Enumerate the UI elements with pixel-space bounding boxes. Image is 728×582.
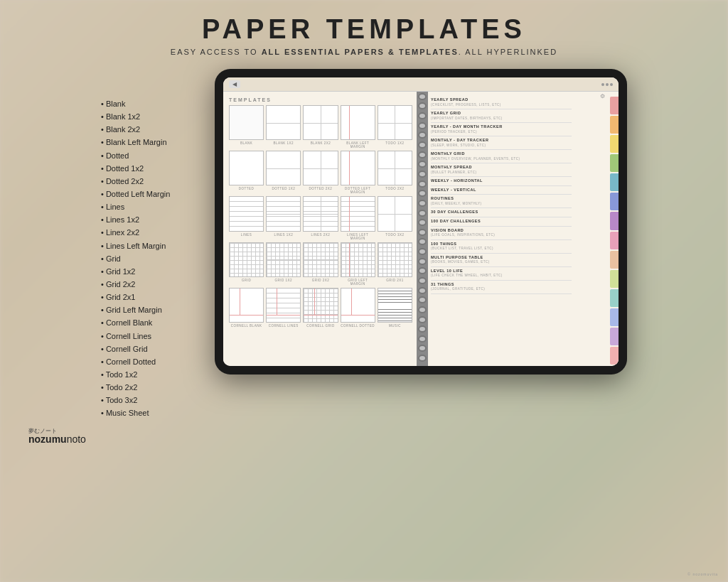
template-item[interactable]: CORNELL BLANK bbox=[229, 288, 264, 328]
brand-name-suffix: noto bbox=[67, 433, 86, 445]
template-item[interactable]: BLANK 1X2 bbox=[266, 105, 301, 149]
subtitle-prefix: EASY ACCESS TO bbox=[171, 48, 262, 56]
template-item[interactable]: GRID 1X2 bbox=[266, 242, 301, 286]
schedule-item[interactable]: MONTHLY SPREAD(bullet planner, etc) bbox=[431, 165, 572, 177]
spiral-ring bbox=[418, 190, 427, 197]
color-tab[interactable] bbox=[610, 116, 619, 134]
color-tab[interactable] bbox=[610, 97, 619, 114]
template-name-label: TODO 1X2 bbox=[385, 141, 404, 145]
color-tab[interactable] bbox=[610, 270, 619, 288]
template-name-label: MUSIC bbox=[389, 324, 401, 328]
dot-1 bbox=[601, 83, 604, 86]
color-tab[interactable] bbox=[610, 289, 619, 307]
template-name-label: BLANK LEFT MARGIN bbox=[341, 141, 375, 149]
schedule-list: YEARLY SPREAD(checklist, progress, lists… bbox=[431, 97, 614, 294]
title-section: PAPER TEMPLATES EASY ACCESS TO ALL ESSEN… bbox=[171, 14, 557, 56]
schedule-item[interactable]: YEARLY - DAY MONTH TRACKER(period tracke… bbox=[431, 124, 572, 136]
template-item[interactable]: CORNELL GRID bbox=[303, 288, 338, 328]
spiral-ring bbox=[418, 102, 427, 109]
bullet-list-item: • Grid 2x1 bbox=[101, 291, 208, 303]
template-item[interactable]: LINES 2X2 bbox=[303, 196, 338, 239]
schedule-item-title: LEVEL 10 LIFE bbox=[431, 269, 572, 274]
template-item[interactable]: DOTTED LEFT MARGIN bbox=[341, 151, 375, 194]
spiral-ring bbox=[418, 210, 427, 217]
template-name-label: GRID 2X2 bbox=[312, 279, 330, 282]
template-name-label: GRID LEFT MARGIN bbox=[341, 279, 375, 286]
color-tab[interactable] bbox=[610, 193, 619, 210]
template-item[interactable]: DOTTED 1X2 bbox=[266, 151, 301, 194]
spiral-ring bbox=[418, 93, 427, 100]
template-item[interactable]: DOTTED bbox=[229, 151, 264, 194]
template-item[interactable]: GRID LEFT MARGIN bbox=[341, 242, 375, 286]
dot-2 bbox=[606, 83, 609, 86]
template-item[interactable]: BLANK LEFT MARGIN bbox=[341, 105, 375, 149]
template-item[interactable]: BLANK 2X2 bbox=[303, 105, 338, 149]
color-tab[interactable] bbox=[610, 328, 619, 345]
tablet-back-button[interactable]: ◀ bbox=[229, 80, 240, 88]
template-item[interactable]: GRID 2X2 bbox=[303, 242, 338, 286]
template-thumbnail bbox=[378, 105, 412, 140]
schedule-item-subtitle: (monthly overview, planner, events, etc) bbox=[431, 157, 572, 161]
template-name-label: TODO 2X2 bbox=[385, 187, 404, 190]
main-title: PAPER TEMPLATES bbox=[171, 14, 557, 45]
schedule-item[interactable]: MULTI PURPOSE TABLE(books, movies, games… bbox=[431, 255, 572, 267]
schedule-item[interactable]: MONTHLY GRID(monthly overview, planner, … bbox=[431, 151, 572, 163]
schedule-item[interactable]: 30 DAY CHALLENGES bbox=[431, 210, 572, 217]
template-item[interactable]: TODO 2X2 bbox=[378, 151, 412, 194]
schedule-item[interactable]: MONTHLY - DAY TRACKER(sleep, work, studi… bbox=[431, 138, 572, 150]
tablet-menu-dots[interactable] bbox=[601, 83, 613, 86]
schedule-item[interactable]: 100 DAY CHALLENGES bbox=[431, 219, 572, 227]
template-item[interactable]: CORNELL LINES bbox=[266, 288, 301, 328]
template-item[interactable]: MUSIC bbox=[378, 288, 412, 328]
schedule-item[interactable]: WEEKLY - HORIZONTAL bbox=[431, 178, 572, 186]
schedule-item[interactable]: LEVEL 10 LIFE(life check the wheel, habi… bbox=[431, 269, 572, 281]
template-item[interactable]: TODO 1X2 bbox=[378, 105, 412, 149]
schedule-item[interactable]: 100 THINGS(bucket list, travel list, etc… bbox=[431, 242, 572, 254]
template-thumbnail bbox=[266, 196, 301, 231]
schedule-item[interactable]: 31 THINGS(journal, gratitude, etc) bbox=[431, 282, 572, 294]
settings-icon[interactable]: ⚙ bbox=[600, 93, 607, 100]
spiral-ring bbox=[418, 355, 427, 362]
template-thumbnail bbox=[229, 105, 264, 140]
credit-text: © nozomuvita bbox=[687, 572, 718, 576]
schedule-item-subtitle: (life goals, inspirations, etc) bbox=[431, 233, 572, 237]
template-item[interactable]: GRID bbox=[229, 242, 264, 286]
schedule-item[interactable]: YEARLY GRID(important dates, birthdays, … bbox=[431, 111, 572, 123]
schedule-item-subtitle: (daily, weekly, monthly) bbox=[431, 202, 572, 206]
schedule-item[interactable]: YEARLY SPREAD(checklist, progress, lists… bbox=[431, 97, 572, 109]
schedule-item[interactable]: WEEKLY - VERTICAL bbox=[431, 188, 572, 195]
template-thumbnail bbox=[341, 288, 375, 323]
color-tab[interactable] bbox=[610, 232, 619, 249]
template-name-label: CORNELL BLANK bbox=[231, 324, 262, 328]
templates-label: TEMPLATES bbox=[229, 97, 412, 102]
spiral-ring bbox=[418, 248, 427, 255]
color-tab[interactable] bbox=[610, 251, 619, 269]
color-tab[interactable] bbox=[610, 212, 619, 230]
brand-logo: 夢むノート nozumunoto bbox=[28, 429, 86, 444]
bullet-list-item: • Blank 2x2 bbox=[101, 123, 208, 136]
template-thumbnail bbox=[303, 151, 338, 185]
schedule-item[interactable]: ROUTINES(daily, weekly, monthly) bbox=[431, 196, 572, 208]
color-tab[interactable] bbox=[610, 173, 619, 191]
tablet-inner: ◀ TEMPLATES BLANKBLANK 1X2BLANK 2X2BLANK… bbox=[223, 77, 619, 366]
schedule-item-title: 100 DAY CHALLENGES bbox=[431, 219, 572, 225]
color-tab[interactable] bbox=[610, 135, 619, 153]
color-tab[interactable] bbox=[610, 347, 619, 365]
template-item[interactable]: GRID 2X1 bbox=[378, 242, 412, 286]
bullet-list-item: • Lines Left Margin bbox=[101, 239, 208, 252]
bullet-list-item: • Cornell Grid bbox=[101, 343, 208, 355]
template-item[interactable]: LINES bbox=[229, 196, 264, 239]
template-item[interactable]: LINES 1X2 bbox=[266, 196, 301, 239]
template-name-label: LINES bbox=[241, 233, 252, 237]
template-name-label: GRID 1X2 bbox=[275, 279, 293, 282]
color-tab[interactable] bbox=[610, 154, 619, 172]
color-tab[interactable] bbox=[610, 308, 619, 326]
template-item[interactable]: TODO 3X2 bbox=[378, 196, 412, 239]
template-item[interactable]: BLANK bbox=[229, 105, 264, 149]
template-item[interactable]: LINES LEFT MARGIN bbox=[341, 196, 375, 239]
schedule-item-subtitle: (important dates, birthdays, etc) bbox=[431, 117, 572, 121]
schedule-item-title: MONTHLY - DAY TRACKER bbox=[431, 138, 572, 144]
template-item[interactable]: DOTTED 2X2 bbox=[303, 151, 338, 194]
schedule-item[interactable]: VISION BOARD(life goals, inspirations, e… bbox=[431, 228, 572, 240]
template-item[interactable]: CORNELL DOTTED bbox=[341, 288, 375, 328]
